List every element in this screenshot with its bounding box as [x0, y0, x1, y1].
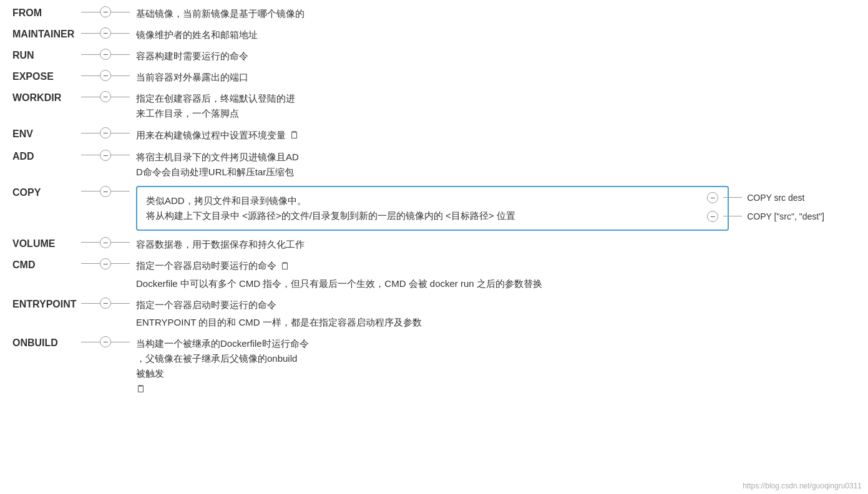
node-label-onbuild: ONBUILD	[12, 336, 81, 349]
copy-right-hline-2	[723, 216, 742, 216]
env-description: 用来在构建镜像过程中设置环境变量	[136, 128, 286, 143]
node-label-cmd: CMD	[12, 258, 81, 271]
hline-onbuild	[81, 342, 100, 342]
node-label-expose: EXPOSE	[12, 70, 81, 82]
collapse-entrypoint[interactable]: −	[100, 298, 111, 309]
text-from: 基础镜像，当前新镜像是基于哪个镜像的	[136, 6, 856, 21]
collapse-cmd[interactable]: −	[100, 258, 111, 269]
node-label-volume: VOLUME	[12, 237, 81, 249]
doc-icon-env: 🗒	[290, 127, 300, 143]
collapse-run[interactable]: −	[100, 49, 111, 60]
node-row-onbuild: ONBUILD − 当构建一个被继承的Dockerfile时运行命令，父镜像在被…	[12, 336, 856, 395]
text-maintainer: 镜像维护者的姓名和邮箱地址	[136, 27, 856, 42]
connector-workdir: −	[81, 91, 130, 102]
connector-entrypoint: −	[81, 298, 130, 309]
node-row-cmd: CMD − 指定一个容器启动时要运行的命令 🗒 Dockerfile 中可以有多…	[12, 258, 856, 292]
node-label-workdir: WORKDIR	[12, 91, 81, 104]
collapse-copy[interactable]: −	[100, 186, 111, 197]
copy-highlight-box: 类似ADD，拷贝文件和目录到镜像中。将从构建上下文目录中 <源路径>的文件/目录…	[136, 186, 729, 231]
hline2-cmd	[111, 263, 130, 264]
collapse-from[interactable]: −	[100, 6, 111, 17]
text-copy: 类似ADD，拷贝文件和目录到镜像中。将从构建上下文目录中 <源路径>的文件/目录…	[146, 195, 515, 221]
collapse-expose[interactable]: −	[100, 70, 111, 81]
content-workdir: 指定在创建容器后，终端默认登陆的进来工作目录，一个落脚点	[130, 91, 856, 121]
collapse-workdir[interactable]: −	[100, 91, 111, 102]
hline-workdir	[81, 97, 100, 97]
hline2-maintainer	[111, 33, 130, 34]
hline2-from	[111, 12, 130, 12]
text-env: 用来在构建镜像过程中设置环境变量 🗒	[136, 127, 856, 143]
collapse-maintainer[interactable]: −	[100, 27, 111, 39]
hline-expose	[81, 75, 100, 76]
node-row-from: FROM − 基础镜像，当前新镜像是基于哪个镜像的	[12, 6, 856, 21]
node-row-expose: EXPOSE − 当前容器对外暴露出的端口	[12, 70, 856, 85]
copy-right-text-2: COPY ["src", "dest"]	[747, 211, 824, 221]
content-volume: 容器数据卷，用于数据保存和持久化工作	[130, 237, 856, 252]
node-label-run: RUN	[12, 49, 81, 61]
hline-cmd	[81, 263, 100, 264]
connector-maintainer: −	[81, 27, 130, 39]
hline-maintainer	[81, 33, 100, 34]
connector-volume: −	[81, 237, 130, 248]
node-row-maintainer: MAINTAINER − 镜像维护者的姓名和邮箱地址	[12, 27, 856, 42]
content-from: 基础镜像，当前新镜像是基于哪个镜像的	[130, 6, 856, 21]
node-row-workdir: WORKDIR − 指定在创建容器后，终端默认登陆的进来工作目录，一个落脚点	[12, 91, 856, 121]
content-entrypoint: 指定一个容器启动时要运行的命令 ENTRYPOINT 的目的和 CMD 一样，都…	[130, 298, 856, 330]
node-label-maintainer: MAINTAINER	[12, 27, 81, 40]
collapse-env[interactable]: −	[100, 127, 111, 138]
content-add: 将宿主机目录下的文件拷贝进镜像且ADD命令会自动处理URL和解压tar压缩包	[130, 150, 856, 180]
node-label-entrypoint: ENTRYPOINT	[12, 298, 81, 310]
copy-right-minus-2[interactable]: −	[707, 211, 718, 222]
content-env: 用来在构建镜像过程中设置环境变量 🗒	[130, 127, 856, 143]
copy-right-hline-1	[723, 197, 742, 198]
copy-right-item-1: − COPY src dest	[707, 192, 824, 203]
hline-volume	[81, 242, 100, 243]
text-workdir: 指定在创建容器后，终端默认登陆的进来工作目录，一个落脚点	[136, 91, 856, 121]
hline-run	[81, 54, 100, 55]
connector-from: −	[81, 6, 130, 17]
copy-right-branch: − COPY src dest − COPY ["src", "dest"]	[707, 192, 824, 222]
hline2-volume	[111, 242, 130, 243]
content-cmd: 指定一个容器启动时要运行的命令 🗒 Dockerfile 中可以有多个 CMD …	[130, 258, 856, 292]
text-volume: 容器数据卷，用于数据保存和持久化工作	[136, 237, 856, 252]
node-row-entrypoint: ENTRYPOINT − 指定一个容器启动时要运行的命令 ENTRYPOINT …	[12, 298, 856, 330]
collapse-onbuild[interactable]: −	[100, 336, 111, 347]
connector-expose: −	[81, 70, 130, 81]
text-add: 将宿主机目录下的文件拷贝进镜像且ADD命令会自动处理URL和解压tar压缩包	[136, 150, 856, 180]
node-row-add: ADD − 将宿主机目录下的文件拷贝进镜像且ADD命令会自动处理URL和解压ta…	[12, 150, 856, 180]
doc-icon-cmd: 🗒	[280, 258, 290, 274]
mind-map-container: FROM − 基础镜像，当前新镜像是基于哪个镜像的 MAINTAINER − 镜…	[0, 0, 868, 494]
node-label-copy: COPY	[12, 186, 81, 198]
doc-icon-onbuild: 🗒	[136, 384, 856, 395]
hline2-onbuild	[111, 342, 130, 342]
text-run: 容器构建时需要运行的命令	[136, 49, 856, 64]
connector-copy: −	[81, 186, 130, 197]
connector-run: −	[81, 49, 130, 60]
hline-add	[81, 155, 100, 155]
node-row-env: ENV − 用来在构建镜像过程中设置环境变量 🗒	[12, 127, 856, 143]
hline2-copy	[111, 191, 130, 191]
content-onbuild: 当构建一个被继承的Dockerfile时运行命令，父镜像在被子继承后父镜像的on…	[130, 336, 856, 395]
hline-copy	[81, 191, 100, 191]
copy-right-text-1: COPY src dest	[747, 193, 804, 203]
hline2-workdir	[111, 97, 130, 97]
text-cmd-main: 指定一个容器启动时要运行的命令 🗒	[136, 258, 856, 274]
hline2-env	[111, 133, 130, 133]
node-label-from: FROM	[12, 6, 81, 19]
connector-add: −	[81, 150, 130, 161]
node-row-volume: VOLUME − 容器数据卷，用于数据保存和持久化工作	[12, 237, 856, 252]
hline-env	[81, 133, 100, 133]
content-maintainer: 镜像维护者的姓名和邮箱地址	[130, 27, 856, 42]
connector-cmd: −	[81, 258, 130, 269]
collapse-add[interactable]: −	[100, 150, 111, 161]
hline2-entrypoint	[111, 303, 130, 304]
copy-right-minus-1[interactable]: −	[707, 192, 718, 203]
hline2-expose	[111, 75, 130, 76]
url-watermark: https://blog.csdn.net/guoqingru0311	[743, 482, 862, 490]
content-run: 容器构建时需要运行的命令	[130, 49, 856, 64]
content-expose: 当前容器对外暴露出的端口	[130, 70, 856, 85]
collapse-volume[interactable]: −	[100, 237, 111, 248]
text-cmd-extra: Dockerfile 中可以有多个 CMD 指令，但只有最后一个生效，CMD 会…	[136, 276, 856, 291]
connector-env: −	[81, 127, 130, 138]
hline-entrypoint	[81, 303, 100, 304]
